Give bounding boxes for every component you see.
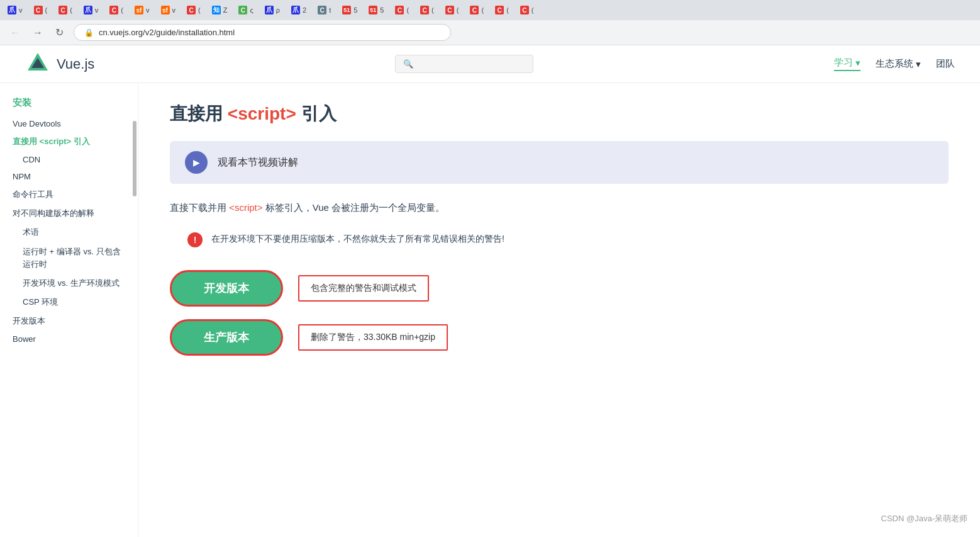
tab-1[interactable]: 爪 v (3, 1, 28, 19)
tab-2[interactable]: C ( (29, 1, 53, 19)
warning-icon: ! (187, 232, 203, 247)
header-nav: 学习 ▾ 生态系统 ▾ 团队 (834, 57, 955, 71)
page-title: 直接用 <script> 引入 (170, 102, 949, 126)
sidebar-item-builds[interactable]: 对不同构建版本的解释 (0, 204, 138, 223)
tab-icon-5: C (109, 6, 118, 14)
nav-learn[interactable]: 学习 ▾ (834, 57, 860, 71)
tab-21[interactable]: C ( (515, 1, 539, 19)
dev-download-button[interactable]: 开发版本 (170, 270, 283, 307)
tab-label-18: ( (457, 6, 459, 14)
tab-19[interactable]: C ( (465, 1, 489, 19)
tab-8[interactable]: C ( (182, 1, 206, 19)
tab-label-12: 2 (303, 6, 306, 14)
tab-label-2: ( (45, 6, 48, 14)
video-text: 观看本节视频讲解 (218, 156, 298, 169)
tab-16[interactable]: C ( (390, 1, 414, 19)
tab-icon-16: C (395, 6, 404, 14)
dev-download-desc: 包含完整的警告和调试模式 (298, 275, 429, 302)
tab-6[interactable]: sf v (130, 1, 155, 19)
vue-logo-icon (25, 52, 50, 77)
tab-9[interactable]: 知 Z (207, 1, 233, 19)
sidebar-item-terminology[interactable]: 术语 (0, 223, 138, 242)
sidebar-item-devtools[interactable]: Vue Devtools (0, 115, 138, 132)
prod-download-button[interactable]: 生产版本 (170, 319, 283, 356)
sidebar-item-npm[interactable]: NPM (0, 168, 138, 185)
tab-icon-11: 爪 (265, 6, 274, 14)
tab-icon-19: C (470, 6, 479, 14)
tab-icon-17: C (420, 6, 429, 14)
tab-label-8: ( (198, 6, 201, 14)
tab-20[interactable]: C ( (490, 1, 514, 19)
scrollbar[interactable] (133, 121, 136, 196)
nav-team[interactable]: 团队 (936, 58, 955, 70)
tab-label-17: ( (432, 6, 434, 14)
tab-icon-4: 爪 (84, 6, 92, 14)
nav-ecosystem[interactable]: 生态系统 ▾ (876, 58, 921, 70)
tab-label-6: v (146, 6, 150, 14)
description: 直接下载并用 <script> 标签引入，Vue 会被注册为一个全局变量。 (170, 199, 949, 216)
title-code: <script> (228, 104, 296, 123)
tab-label-16: ( (406, 6, 409, 14)
logo-text: Vue.js (57, 56, 94, 72)
tab-icon-2: C (34, 6, 43, 14)
reload-button[interactable]: ↻ (53, 24, 66, 41)
sidebar-item-bower[interactable]: Bower (0, 331, 138, 348)
tab-icon-20: C (495, 6, 504, 14)
sidebar-item-runtime[interactable]: 运行时 + 编译器 vs. 只包含运行时 (0, 242, 138, 274)
desc-prefix: 直接下载并用 (170, 202, 229, 213)
tab-7[interactable]: sf v (156, 1, 181, 19)
play-button[interactable]: ▶ (185, 151, 208, 174)
tab-11[interactable]: 爪 ρ (260, 1, 285, 19)
sidebar-item-script[interactable]: 直接用 <script> 引入 (0, 132, 138, 151)
warning-box: ! 在开发环境下不要使用压缩版本，不然你就失去了所有常见错误相关的警告! (170, 229, 949, 250)
tab-label-4: v (95, 6, 99, 14)
logo-area: Vue.js (25, 52, 94, 77)
sidebar-item-csp[interactable]: CSP 环境 (0, 293, 138, 312)
prod-download-row: 生产版本 删除了警告，33.30KB min+gzip (170, 319, 949, 356)
tab-12[interactable]: 爪 2 (286, 1, 311, 19)
header-search[interactable]: 🔍 (395, 55, 533, 73)
sidebar: 安装 Vue Devtools 直接用 <script> 引入 CDN NPM … (0, 83, 138, 537)
nav-learn-label: 学习 (834, 57, 853, 69)
tab-icon-9: 知 (212, 6, 221, 14)
tab-label-5: ( (121, 6, 123, 14)
tab-label-7: v (172, 6, 176, 14)
nav-team-label: 团队 (936, 58, 955, 70)
nav-ecosystem-label: 生态系统 (876, 58, 913, 70)
tab-14[interactable]: 51 5 (337, 1, 362, 19)
tab-label-1: v (19, 6, 23, 14)
tab-icon-7: sf (161, 6, 170, 14)
tab-icon-6: sf (135, 6, 143, 14)
tab-label-13: t (329, 6, 331, 14)
page-container: 安装 Vue Devtools 直接用 <script> 引入 CDN NPM … (0, 83, 980, 537)
desc-suffix: 标签引入，Vue 会被注册为一个全局变量。 (265, 202, 445, 213)
dev-download-row: 开发版本 包含完整的警告和调试模式 (170, 270, 949, 307)
url-bar[interactable]: 🔒 cn.vuejs.org/v2/guide/installation.htm… (74, 24, 451, 41)
sidebar-section-title: 安装 (0, 93, 138, 113)
forward-button[interactable]: → (30, 25, 45, 41)
title-prefix: 直接用 (170, 104, 228, 123)
site-header: Vue.js 🔍 学习 ▾ 生态系统 ▾ 团队 (0, 45, 980, 83)
tab-10[interactable]: C ς (233, 1, 258, 19)
desc-code: <script> (229, 202, 262, 213)
tab-label-21: ( (532, 6, 534, 14)
tab-13[interactable]: C t (313, 1, 336, 19)
sidebar-item-devbuild[interactable]: 开发版本 (0, 312, 138, 331)
back-button[interactable]: ← (8, 25, 23, 41)
tab-4[interactable]: 爪 v (79, 1, 104, 19)
tab-3[interactable]: C ( (53, 1, 77, 19)
sidebar-item-cdn[interactable]: CDN (0, 151, 138, 168)
tab-17[interactable]: C ( (415, 1, 439, 19)
sidebar-item-cli[interactable]: 命令行工具 (0, 185, 138, 204)
tab-icon-1: 爪 (8, 6, 16, 14)
tab-icon-3: C (58, 6, 67, 14)
tab-15[interactable]: 51 5 (364, 1, 389, 19)
tab-5[interactable]: C ( (104, 1, 128, 19)
prod-download-desc: 删除了警告，33.30KB min+gzip (298, 324, 448, 351)
title-suffix: 引入 (301, 104, 337, 123)
tab-icon-10: C (238, 6, 247, 14)
tab-icon-8: C (187, 6, 196, 14)
warning-text: 在开发环境下不要使用压缩版本，不然你就失去了所有常见错误相关的警告! (211, 231, 504, 247)
tab-18[interactable]: C ( (440, 1, 464, 19)
sidebar-item-env[interactable]: 开发环境 vs. 生产环境模式 (0, 274, 138, 293)
